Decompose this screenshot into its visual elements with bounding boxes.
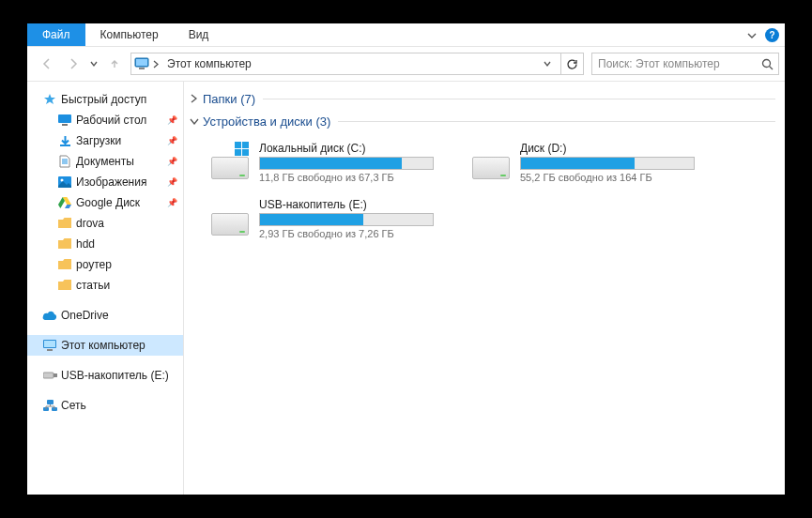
usb-drive-icon: [42, 368, 57, 383]
pin-icon: 📌: [167, 198, 177, 207]
svg-rect-12: [43, 373, 54, 378]
drive-usage-bar: [259, 213, 434, 226]
sidebar-desktop[interactable]: Рабочий стол 📌: [27, 110, 183, 130]
sidebar-network[interactable]: Сеть: [27, 395, 183, 416]
sidebar-folder-articles[interactable]: статьи: [27, 275, 183, 296]
chevron-down-icon: [190, 117, 203, 125]
hard-drive-icon: [210, 142, 250, 181]
desktop-icon: [57, 113, 72, 128]
navigation-pane: Быстрый доступ Рабочий стол 📌 Загрузки 📌…: [27, 82, 184, 495]
svg-rect-19: [235, 149, 241, 156]
drive-item[interactable]: Диск (D:)55,2 ГБ свободно из 164 ГБ: [466, 136, 700, 189]
navigation-bar: Этот компьютер: [27, 47, 785, 81]
refresh-button[interactable]: [560, 53, 583, 75]
documents-icon: [57, 154, 72, 169]
sidebar-label: Сеть: [61, 399, 86, 412]
sidebar-folder-router[interactable]: роутер: [27, 254, 183, 275]
ribbon-toggle-icon[interactable]: [744, 28, 759, 43]
search-icon[interactable]: [756, 53, 778, 75]
up-button[interactable]: [102, 52, 127, 76]
forward-button[interactable]: [61, 52, 85, 76]
pin-icon: 📌: [167, 157, 177, 166]
pictures-icon: [57, 175, 72, 190]
group-folders-header[interactable]: Папки (7): [184, 87, 785, 110]
svg-rect-14: [47, 400, 54, 404]
sidebar-label: hdd: [76, 237, 95, 251]
sidebar-quick-access[interactable]: Быстрый доступ: [27, 89, 183, 110]
search-input[interactable]: [592, 57, 756, 70]
drive-item[interactable]: Локальный диск (C:)11,8 ГБ свободно из 6…: [205, 136, 439, 189]
divider: [263, 99, 775, 99]
drive-info: Локальный диск (C:)11,8 ГБ свободно из 6…: [259, 142, 434, 183]
svg-point-3: [762, 59, 770, 67]
drives-grid: Локальный диск (C:)11,8 ГБ свободно из 6…: [184, 132, 785, 254]
menu-file[interactable]: Файл: [27, 23, 85, 46]
hard-drive-icon: [210, 198, 250, 237]
sidebar-label: Быстрый доступ: [61, 93, 146, 106]
history-dropdown-icon[interactable]: [87, 60, 100, 68]
sidebar-onedrive[interactable]: OneDrive: [27, 305, 183, 326]
ribbon-menubar: Файл Компьютер Вид ?: [27, 23, 785, 47]
sidebar-downloads[interactable]: Загрузки 📌: [27, 130, 183, 151]
windows-badge-icon: [235, 142, 250, 157]
svg-rect-5: [62, 124, 68, 126]
address-bar[interactable]: Этот компьютер: [130, 53, 584, 75]
drive-free-text: 55,2 ГБ свободно из 164 ГБ: [520, 172, 695, 183]
sidebar-label: OneDrive: [61, 309, 109, 322]
sidebar-this-pc[interactable]: Этот компьютер: [27, 335, 183, 356]
sidebar-label: drova: [76, 217, 104, 230]
svg-rect-2: [139, 68, 145, 69]
drive-info: Диск (D:)55,2 ГБ свободно из 164 ГБ: [520, 142, 695, 183]
drive-free-text: 2,93 ГБ свободно из 7,26 ГБ: [259, 228, 434, 239]
chevron-right-icon: [190, 94, 203, 103]
breadcrumb-sep-icon[interactable]: [152, 60, 165, 69]
sidebar-label: Загрузки: [76, 134, 121, 147]
search-box[interactable]: [591, 53, 779, 75]
drive-usage-bar: [259, 157, 434, 170]
group-folders-title: Папки (7): [203, 92, 255, 106]
sidebar-label: Документы: [76, 155, 134, 168]
sidebar-gdrive[interactable]: Google Диск 📌: [27, 192, 183, 213]
folder-icon: [57, 278, 72, 293]
svg-rect-17: [235, 142, 241, 148]
network-icon: [42, 398, 57, 413]
address-dropdown-icon[interactable]: [544, 60, 560, 68]
back-button[interactable]: [35, 52, 59, 76]
folder-icon: [57, 216, 72, 231]
drive-info: USB-накопитель (E:)2,93 ГБ свободно из 7…: [259, 198, 434, 239]
folder-icon: [57, 257, 72, 272]
sidebar-label: статьи: [76, 279, 110, 292]
hard-drive-icon: [471, 142, 511, 181]
sidebar-usb[interactable]: USB-накопитель (E:): [27, 365, 183, 386]
svg-rect-13: [54, 373, 57, 377]
star-icon: [42, 92, 57, 107]
group-drives-header[interactable]: Устройства и диски (3): [184, 110, 785, 132]
sidebar-documents[interactable]: Документы 📌: [27, 151, 183, 172]
sidebar-label: Google Диск: [76, 196, 140, 209]
svg-rect-18: [242, 142, 249, 148]
help-icon[interactable]: ?: [765, 28, 779, 42]
menu-computer[interactable]: Компьютер: [85, 23, 174, 46]
sidebar-pictures[interactable]: Изображения 📌: [27, 172, 183, 192]
drive-name: Локальный диск (C:): [259, 142, 434, 155]
sidebar-label: Изображения: [76, 175, 146, 189]
sidebar-label: USB-накопитель (E:): [61, 369, 169, 382]
sidebar-folder-hdd[interactable]: hdd: [27, 234, 183, 254]
explorer-body: Быстрый доступ Рабочий стол 📌 Загрузки 📌…: [27, 81, 785, 495]
svg-rect-20: [242, 149, 249, 156]
gdrive-icon: [57, 195, 72, 210]
drive-usage-bar: [520, 157, 695, 170]
drive-item[interactable]: USB-накопитель (E:)2,93 ГБ свободно из 7…: [205, 192, 439, 245]
sidebar-folder-drova[interactable]: drova: [27, 213, 183, 234]
svg-rect-6: [60, 145, 70, 146]
folder-icon: [57, 236, 72, 251]
svg-rect-10: [44, 341, 55, 347]
svg-rect-11: [47, 349, 53, 351]
svg-rect-1: [136, 59, 147, 66]
sidebar-label: роутер: [76, 258, 112, 271]
breadcrumb-location[interactable]: Этот компьютер: [165, 57, 253, 70]
onedrive-icon: [42, 308, 57, 323]
menu-view[interactable]: Вид: [174, 23, 224, 46]
explorer-window: Файл Компьютер Вид ?: [27, 23, 785, 495]
sidebar-label: Рабочий стол: [76, 114, 146, 127]
